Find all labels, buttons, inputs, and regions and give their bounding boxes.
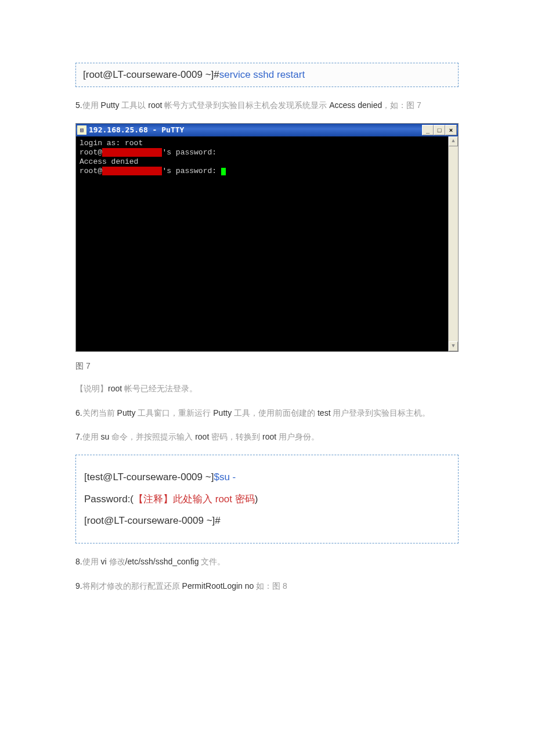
putty-title: 192.168.25.68 - PuTTY — [89, 125, 422, 134]
cmd-row: [root@LT-courseware-0009 ~]# — [84, 515, 450, 527]
putty-titlebar[interactable]: ▧ 192.168.25.68 - PuTTY _ □ × — [76, 124, 458, 136]
figure-label: 图 7 — [75, 361, 459, 372]
cursor-icon — [221, 168, 226, 175]
command-box-1: [root@LT-courseware-0009 ~]#service sshd… — [75, 63, 459, 87]
term-line: login as: root — [80, 139, 454, 148]
step-num: 5. — [75, 100, 82, 110]
close-button[interactable]: × — [445, 125, 457, 135]
terminal[interactable]: login as: root root@192.168.25.68's pass… — [76, 136, 458, 351]
scroll-down-icon[interactable]: ▼ — [449, 341, 458, 351]
step-8: 8.使用 vi 修改/etc/ssh/sshd_config 文件。 — [75, 555, 459, 569]
scroll-up-icon[interactable]: ▲ — [449, 136, 458, 146]
command-text: service sshd restart — [219, 69, 305, 80]
cmd-row: [test@LT-courseware-0009 ~]$su - — [84, 471, 450, 483]
term-line: root@192.168.25.68's password: — [80, 148, 454, 157]
note-1: 【说明】root 帐号已经无法登录。 — [75, 382, 459, 396]
cmd-row: Password:(【注释】此处输入 root 密码) — [84, 492, 450, 506]
minimize-button[interactable]: _ — [422, 125, 434, 135]
step-5: 5.使用 Putty 工具以 root 帐号方式登录到实验目标主机会发现系统显示… — [75, 99, 459, 113]
maximize-button[interactable]: □ — [434, 125, 445, 135]
step-6: 6.关闭当前 Putty 工具窗口，重新运行 Putty 工具，使用前面创建的 … — [75, 406, 459, 420]
step-7: 7.使用 su 命令，并按照提示输入 root 密码，转换到 root 用户身份… — [75, 430, 459, 444]
command-box-2: [test@LT-courseware-0009 ~]$su - Passwor… — [75, 455, 459, 543]
prompt: [root@LT-courseware-0009 ~]# — [83, 69, 219, 80]
redacted-ip: 192.168.25.68 — [102, 148, 162, 157]
term-line: root@192.168.25.68's password: — [80, 167, 454, 176]
scrollbar[interactable]: ▲ ▼ — [448, 136, 458, 351]
putty-window: ▧ 192.168.25.68 - PuTTY _ □ × login as: … — [75, 123, 459, 352]
step-9: 9.将刚才修改的那行配置还原 PermitRootLogin no 如：图 8 — [75, 579, 459, 593]
redacted-ip: 192.168.25.68 — [102, 167, 162, 175]
term-line: Access denied — [80, 157, 454, 167]
window-buttons: _ □ × — [422, 125, 457, 135]
putty-icon: ▧ — [77, 125, 86, 135]
